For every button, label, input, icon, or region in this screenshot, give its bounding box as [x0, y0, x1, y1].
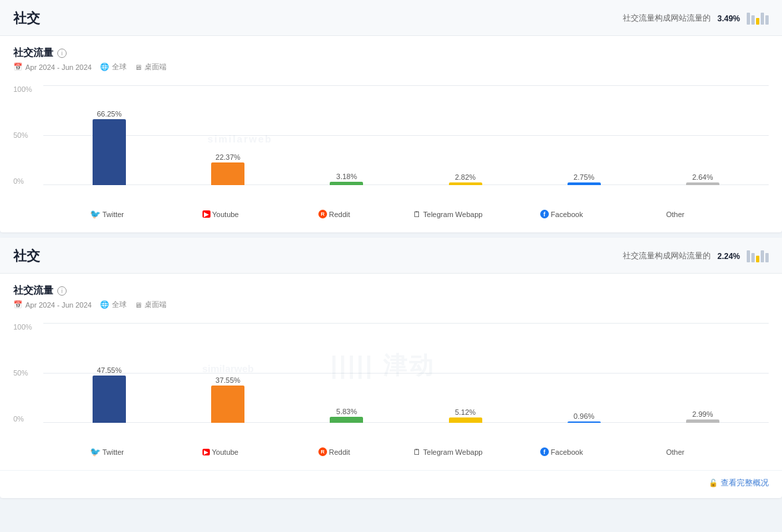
chart-wrapper-2: similarweb ||||| 津动 100% 50% 0% — [13, 323, 769, 457]
bar-val-telegram-2: 5.12% — [455, 408, 476, 416]
y-50-2: 50% — [13, 369, 28, 377]
bar-val-facebook-1: 2.75% — [574, 173, 594, 181]
xlabel-facebook-1: fFacebook — [505, 209, 619, 219]
bar-val-other-1: 2.64% — [692, 173, 713, 181]
hline-100-1 — [43, 85, 769, 86]
bar-rect-facebook-1 — [568, 182, 601, 185]
chart-section-1: 社交流量 i 📅 Apr 2024 - Jun 2024 🌐 全球 🖥 桌面端 — [0, 36, 782, 232]
chart-meta-1: 社交流量 i — [13, 47, 769, 59]
chart-sub-2: 📅 Apr 2024 - Jun 2024 🌐 全球 🖥 桌面端 — [13, 300, 769, 310]
bar-indicator-1 — [747, 13, 769, 25]
bar-youtube-1: 22.37% — [211, 153, 244, 185]
date-range-2: 📅 Apr 2024 - Jun 2024 — [13, 300, 92, 309]
twitter-icon-2: 🐦 — [90, 447, 101, 457]
twitter-icon-1: 🐦 — [90, 209, 101, 219]
chart-area-2: 100% 50% 0% 47.55% — [13, 323, 769, 443]
header-stat-value-1: 3.49% — [717, 14, 740, 23]
chart-section-2: 社交流量 i 📅 Apr 2024 - Jun 2024 🌐 全球 🖥 桌面端 — [0, 274, 782, 470]
section-header-right-1: 社交流量构成网站流量的 3.49% — [623, 13, 769, 25]
bar-other-2: 2.99% — [686, 410, 719, 423]
y-axis-1: 100% 50% 0% — [13, 85, 43, 185]
x-labels-1: 🐦Twitter ▶Youtube RReddit 🗒Telegram Weba… — [13, 205, 769, 219]
x-labels-2: 🐦Twitter ▶Youtube RReddit 🗒Telegram Weba… — [13, 443, 769, 457]
facebook-icon-1: f — [540, 210, 549, 218]
bar-val-twitter-2: 47.55% — [97, 366, 121, 374]
bar-rect-youtube-2 — [211, 386, 244, 423]
bar-youtube-2: 37.55% — [211, 376, 244, 423]
bar-rect-twitter-2 — [93, 376, 126, 423]
y-100: 100% — [13, 85, 32, 93]
bars-2: 47.55% 37.55% 5.83% — [43, 366, 769, 423]
xlabel-twitter-2: 🐦Twitter — [50, 447, 164, 457]
bar-rect-other-2 — [686, 419, 719, 423]
reddit-icon-1: R — [318, 210, 327, 218]
bar-rect-reddit-1 — [330, 182, 363, 185]
bar-telegram-2: 5.12% — [449, 408, 482, 423]
bar-ind2-5 — [765, 253, 769, 262]
reddit-icon-2: R — [318, 447, 327, 456]
bar-rect-telegram-2 — [449, 417, 482, 423]
y-100-2: 100% — [13, 323, 32, 331]
region-2: 🌐 全球 — [100, 300, 127, 310]
header-stat-value-2: 2.24% — [717, 252, 740, 261]
xlabel-reddit-1: RReddit — [277, 209, 391, 219]
bar-rect-twitter-1 — [93, 119, 126, 185]
bar-ind-1 — [747, 13, 750, 25]
globe-icon-2: 🌐 — [100, 300, 109, 309]
bar-ind2-1 — [747, 250, 750, 262]
chart-title-2: 社交流量 — [13, 284, 53, 297]
calendar-icon-2: 📅 — [13, 300, 23, 309]
header-stat-label-2: 社交流量构成网站流量的 — [623, 250, 711, 262]
chart-sub-1: 📅 Apr 2024 - Jun 2024 🌐 全球 🖥 桌面端 — [13, 62, 769, 72]
xlabel-twitter-1: 🐦Twitter — [50, 209, 164, 219]
hline-100-2 — [43, 323, 769, 324]
bar-val-telegram-1: 2.82% — [455, 173, 476, 181]
bar-other-1: 2.64% — [686, 173, 719, 185]
view-full-link[interactable]: 🔓 查看完整概况 — [709, 477, 769, 489]
bar-rect-facebook-2 — [568, 421, 601, 423]
bar-reddit-1: 3.18% — [330, 172, 363, 185]
xlabel-telegram-1: 🗒Telegram Webapp — [391, 209, 505, 219]
bar-val-facebook-2: 0.96% — [574, 412, 594, 420]
monitor-icon-2: 🖥 — [135, 301, 142, 309]
bar-twitter-2: 47.55% — [93, 366, 126, 423]
xlabel-youtube-2: ▶Youtube — [164, 447, 278, 457]
chart-area-1: 100% 50% 0% 66.25 — [13, 85, 769, 205]
bar-val-youtube-2: 37.55% — [216, 376, 240, 384]
header-stat-label-1: 社交流量构成网站流量的 — [623, 13, 711, 24]
bar-val-twitter-1: 66.25% — [97, 110, 121, 118]
chart-inner-1: 66.25% 22.37% 3.18% — [43, 85, 769, 185]
bar-val-reddit-2: 5.83% — [336, 407, 357, 415]
bar-ind-5 — [765, 15, 769, 25]
bar-facebook-2: 0.96% — [568, 412, 601, 423]
bar-facebook-1: 2.75% — [568, 173, 601, 185]
section-card-1: 社交 社交流量构成网站流量的 3.49% 社交流量 i 📅 — [0, 0, 782, 232]
date-range-1: 📅 Apr 2024 - Jun 2024 — [13, 63, 92, 71]
bars-1: 66.25% 22.37% 3.18% — [43, 110, 769, 185]
y-50: 50% — [13, 131, 28, 139]
bar-ind2-4 — [761, 250, 764, 262]
page-container: 社交 社交流量构成网站流量的 3.49% 社交流量 i 📅 — [0, 0, 782, 532]
y-0-2: 0% — [13, 415, 24, 423]
bar-rect-youtube-1 — [211, 162, 244, 185]
xlabel-other-1: Other — [618, 209, 732, 219]
chart-wrapper-1: similarweb 100% 50% 0% — [13, 85, 769, 219]
globe-icon-1: 🌐 — [100, 63, 109, 71]
xlabel-telegram-2: 🗒Telegram Webapp — [391, 447, 505, 457]
bar-rect-other-1 — [686, 182, 719, 185]
device-1: 🖥 桌面端 — [135, 62, 167, 72]
facebook-icon-2: f — [540, 447, 549, 456]
info-icon-2[interactable]: i — [57, 286, 67, 296]
chart-meta-2: 社交流量 i — [13, 284, 769, 297]
telegram-icon-1: 🗒 — [413, 210, 421, 219]
bar-telegram-1: 2.82% — [449, 173, 482, 185]
xlabel-other-2: Other — [618, 447, 732, 457]
calendar-icon-1: 📅 — [13, 63, 23, 71]
y-axis-2: 100% 50% 0% — [13, 323, 43, 423]
bar-val-reddit-1: 3.18% — [336, 172, 357, 180]
chart-inner-2: 47.55% 37.55% 5.83% — [43, 323, 769, 423]
xlabel-youtube-1: ▶Youtube — [164, 209, 278, 219]
bar-ind-2 — [751, 15, 755, 25]
info-icon-1[interactable]: i — [57, 49, 67, 58]
bar-twitter-1: 66.25% — [93, 110, 126, 185]
